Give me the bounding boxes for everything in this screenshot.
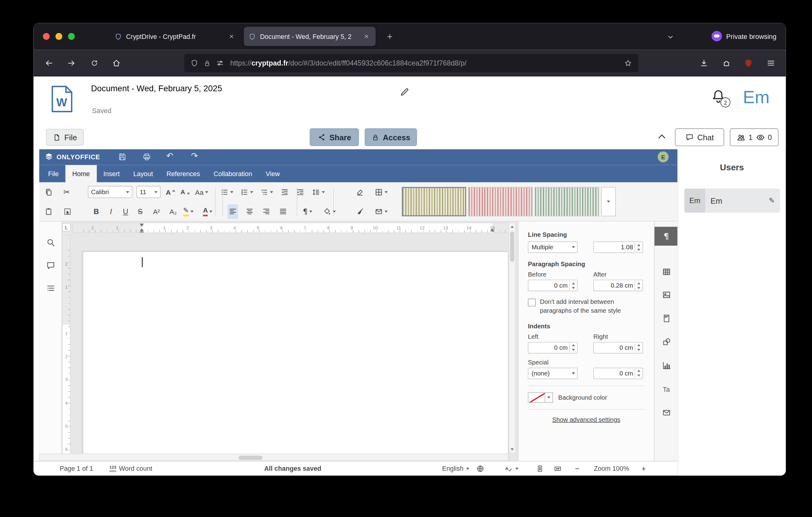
tab-document-active[interactable]: Document - Wed, February 5, 2 bbox=[244, 27, 376, 46]
url-bar[interactable]: https://cryptpad.fr/doc/#/3/doc/edit/ff0… bbox=[184, 54, 638, 72]
new-tab-button[interactable] bbox=[383, 30, 397, 43]
style-preview-3[interactable] bbox=[535, 187, 599, 216]
decrease-font-button[interactable]: A bbox=[180, 185, 191, 200]
account-avatar-initials[interactable]: Em bbox=[743, 87, 770, 108]
left-indent-marker[interactable] bbox=[140, 232, 144, 233]
indent-left-spinner[interactable]: 0 cm bbox=[528, 342, 577, 353]
line-spacing-mode-select[interactable]: Multiple bbox=[528, 241, 577, 253]
mail-merge-settings-tab[interactable] bbox=[655, 403, 678, 423]
zoom-out-button[interactable]: − bbox=[575, 462, 579, 475]
numbering-button[interactable] bbox=[239, 185, 254, 200]
bullets-button[interactable] bbox=[220, 185, 235, 200]
back-button[interactable] bbox=[40, 55, 58, 72]
subscript-button[interactable]: A₂ bbox=[165, 204, 181, 219]
line-spacing-button[interactable] bbox=[311, 185, 326, 200]
align-justify-button[interactable] bbox=[278, 204, 288, 219]
bookmark-star-icon[interactable] bbox=[624, 59, 632, 67]
menu-references[interactable]: References bbox=[160, 165, 207, 182]
document-page[interactable] bbox=[83, 251, 509, 461]
home-button[interactable] bbox=[108, 55, 125, 72]
italic-button[interactable]: I bbox=[105, 204, 117, 219]
table-settings-tab[interactable] bbox=[655, 263, 678, 281]
save-button[interactable] bbox=[118, 153, 127, 161]
permissions-sliders-icon[interactable] bbox=[216, 59, 224, 67]
scroll-up-arrow[interactable] bbox=[511, 226, 514, 228]
forward-button[interactable] bbox=[63, 55, 80, 72]
ublock-extension-icon[interactable] bbox=[740, 55, 757, 72]
spacing-after-spinner[interactable]: 0.28 cm bbox=[593, 280, 643, 291]
list-tabs-chevron-icon[interactable] bbox=[663, 30, 677, 43]
notifications-bell-icon[interactable]: 2 bbox=[710, 88, 727, 105]
macos-close-button[interactable] bbox=[43, 33, 50, 40]
menu-layout[interactable]: Layout bbox=[126, 165, 160, 182]
spell-checking-button[interactable] bbox=[504, 462, 518, 475]
navigation-button[interactable] bbox=[45, 282, 57, 295]
paste-button[interactable] bbox=[44, 204, 54, 219]
background-color-dropdown[interactable] bbox=[545, 392, 553, 403]
multilevel-list-button[interactable] bbox=[259, 185, 274, 200]
hanging-indent-marker[interactable] bbox=[140, 228, 144, 232]
strikeout-button[interactable]: S bbox=[134, 204, 147, 219]
horizontal-ruler[interactable]: 21123456789101112131415 bbox=[73, 223, 516, 233]
print-button[interactable] bbox=[142, 153, 151, 161]
spacing-before-spinner[interactable]: 0 cm bbox=[528, 280, 577, 291]
scroll-down-arrow[interactable] bbox=[511, 448, 514, 451]
menu-insert[interactable]: Insert bbox=[97, 165, 127, 182]
select-all-button[interactable] bbox=[62, 204, 72, 219]
align-left-button[interactable] bbox=[228, 204, 238, 219]
menu-collaboration[interactable]: Collaboration bbox=[207, 165, 259, 182]
find-button[interactable] bbox=[45, 236, 57, 249]
menu-file[interactable]: File bbox=[41, 165, 65, 182]
zoom-in-button[interactable]: + bbox=[641, 462, 646, 475]
tab-cryptdrive[interactable]: CryptDrive - CryptPad.fr bbox=[110, 27, 241, 46]
tab-stop-selector[interactable]: L bbox=[62, 223, 70, 231]
shading-button[interactable] bbox=[322, 204, 337, 219]
superscript-button[interactable]: A² bbox=[149, 204, 164, 219]
no-interval-checkbox[interactable] bbox=[528, 299, 536, 306]
paragraph-settings-tab[interactable]: ¶ bbox=[655, 227, 678, 246]
fit-page-button[interactable] bbox=[536, 462, 544, 475]
first-line-indent-marker[interactable] bbox=[140, 224, 144, 227]
decrease-indent-button[interactable] bbox=[279, 185, 290, 200]
vertical-scrollbar[interactable] bbox=[509, 223, 516, 454]
bold-button[interactable]: B bbox=[90, 204, 103, 219]
font-size-select[interactable]: 11 bbox=[137, 186, 161, 198]
clear-style-button[interactable] bbox=[355, 185, 365, 200]
text-art-settings-tab[interactable]: Ta bbox=[655, 380, 678, 399]
chat-button[interactable]: Chat bbox=[675, 128, 724, 146]
tab-close-icon[interactable] bbox=[361, 31, 371, 41]
align-right-button[interactable] bbox=[261, 204, 271, 219]
word-count-button[interactable]: 123 Word count bbox=[109, 462, 152, 475]
userlist-toggle-button[interactable]: 1 0 bbox=[730, 128, 778, 146]
extensions-button[interactable] bbox=[718, 55, 735, 72]
background-color-swatch[interactable] bbox=[528, 392, 553, 403]
chart-settings-tab[interactable] bbox=[655, 356, 678, 375]
align-center-button[interactable] bbox=[244, 204, 255, 219]
indent-right-spinner[interactable]: 0 cm bbox=[593, 342, 643, 353]
shape-settings-tab[interactable] bbox=[655, 333, 678, 352]
style-preview-2[interactable] bbox=[468, 187, 532, 216]
access-button[interactable]: Access bbox=[365, 128, 417, 146]
nonprinting-characters-button[interactable]: ¶ bbox=[302, 204, 313, 219]
advanced-settings-link[interactable]: Show advanced settings bbox=[528, 416, 644, 423]
image-settings-tab[interactable] bbox=[655, 285, 678, 304]
header-footer-settings-tab[interactable] bbox=[655, 309, 678, 328]
https-lock-icon[interactable] bbox=[203, 59, 211, 67]
edit-title-pencil-icon[interactable] bbox=[400, 87, 409, 97]
macos-minimize-button[interactable] bbox=[55, 33, 62, 40]
vertical-ruler[interactable]: 21123456 bbox=[62, 235, 70, 461]
undo-button[interactable]: ↶ bbox=[167, 151, 173, 161]
color-scheme-button[interactable] bbox=[374, 185, 389, 200]
menu-view[interactable]: View bbox=[259, 165, 286, 182]
reload-button[interactable] bbox=[86, 55, 103, 72]
share-button[interactable]: Share bbox=[310, 128, 359, 146]
font-color-button[interactable]: A bbox=[202, 204, 213, 219]
horizontal-scrollbar-thumb[interactable] bbox=[239, 456, 263, 460]
style-gallery-expand-button[interactable] bbox=[601, 187, 616, 216]
line-spacing-value-spinner[interactable]: 1.08 bbox=[593, 241, 643, 253]
macos-zoom-button[interactable] bbox=[68, 33, 75, 40]
app-menu-button[interactable] bbox=[762, 55, 780, 72]
user-list-item[interactable]: Em Em ✎ bbox=[685, 189, 780, 213]
redo-button[interactable]: ↷ bbox=[191, 151, 198, 161]
copy-style-button[interactable] bbox=[355, 204, 365, 219]
